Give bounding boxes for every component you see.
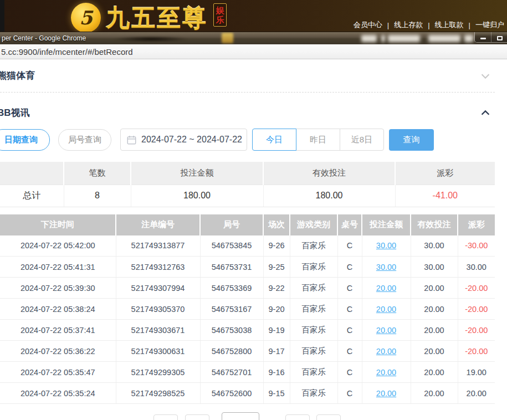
maximize-button[interactable]	[491, 32, 507, 42]
game-type: 百家乐	[290, 257, 337, 278]
valid-bet: 30.00	[411, 235, 458, 257]
column-header-blank	[0, 162, 64, 185]
payout: -20.00	[458, 278, 495, 299]
bet-amount-cell: 20.00	[362, 278, 411, 299]
window-controls	[474, 32, 507, 43]
total-valid-bet: 180.00	[263, 185, 395, 207]
bet-no: 521749298525	[116, 383, 200, 404]
bet-time: 2024-07-22 05:37:41	[0, 320, 116, 341]
session: 9-22	[263, 278, 290, 299]
table-no: C	[337, 278, 362, 299]
pagination-button[interactable]	[185, 414, 209, 420]
bet-no: 521749307994	[116, 278, 200, 299]
date-range-value: 2024-07-22 ~ 2024-07-22	[141, 135, 242, 145]
logo-number: 5	[79, 7, 93, 29]
nav-online-deposit[interactable]: 线上存款	[394, 20, 423, 30]
blurred-account-info	[381, 35, 385, 42]
bet-amount-link[interactable]: 20.00	[376, 305, 396, 314]
maximize-icon	[497, 36, 503, 40]
game-type: 百家乐	[290, 362, 337, 383]
chevron-up-icon[interactable]	[479, 107, 491, 119]
bet-amount-cell: 20.00	[362, 383, 411, 404]
total-payout: -41.00	[395, 185, 495, 207]
today-button[interactable]: 今日	[252, 129, 296, 151]
calendar-icon	[127, 135, 136, 145]
bet-records-table: 下注时间 注单编号 局号 场次 游戏类别 桌号 投注金额 有效投注 派彩 202…	[0, 214, 495, 404]
bet-amount-link[interactable]: 20.00	[376, 326, 396, 335]
column-header-session: 场次	[263, 214, 290, 235]
round-no: 546753167	[200, 299, 263, 320]
bet-no: 521749299305	[116, 362, 200, 383]
summary-table: 笔数 投注金额 有效投注 派彩 总计 8 180.00 180.00 -41.0…	[0, 162, 495, 207]
session: 9-25	[263, 257, 290, 278]
pagination-page-select[interactable]	[222, 412, 259, 420]
payout: -20.00	[458, 299, 495, 320]
total-label: 总计	[0, 185, 64, 207]
section-bb-video[interactable]: BB视讯	[0, 105, 495, 120]
bet-time: 2024-07-22 05:42:00	[0, 235, 116, 257]
table-no: C	[337, 341, 362, 362]
table-row: 2024-07-22 05:41:31 521749312763 5467537…	[0, 257, 495, 278]
bet-no: 521749300631	[116, 341, 200, 362]
bet-no: 521749312763	[116, 257, 200, 278]
total-count: 8	[64, 185, 131, 207]
address-bar[interactable]: 5.cc:9900/infe/mcenter/#/betRecord	[0, 44, 507, 59]
column-header-payout: 派彩	[395, 162, 495, 185]
blurred-account-info	[361, 35, 377, 42]
bet-amount-link[interactable]: 20.00	[376, 347, 396, 356]
decorative-swirl	[114, 36, 188, 42]
valid-bet: 20.00	[411, 362, 458, 383]
bet-amount-link[interactable]: 20.00	[376, 389, 396, 398]
bet-amount-link[interactable]: 30.00	[376, 263, 396, 272]
table-no: C	[337, 299, 362, 320]
column-header-payout: 派彩	[458, 214, 495, 235]
browser-title-bar[interactable]: per Center - Google Chrome	[0, 32, 507, 44]
bet-no: 521749303671	[116, 320, 200, 341]
round-no: 546752600	[200, 383, 263, 404]
bet-amount-link[interactable]: 30.00	[376, 241, 396, 250]
bet-amount-link[interactable]: 20.00	[376, 368, 396, 377]
table-no: C	[337, 362, 362, 383]
site-header: 5 九五至尊 娱乐 会员中心 | 线上存款 | 线上取款 | 一键归户	[0, 0, 507, 32]
logo-text: 九五至尊	[106, 2, 208, 34]
valid-bet: 20.00	[411, 299, 458, 320]
pagination-button[interactable]	[153, 414, 178, 420]
main-content: 熊猫体育 BB视讯 日期查询 局号查询 2024-07-22 ~ 2024-07…	[0, 59, 507, 404]
table-row: 2024-07-22 05:35:24 521749298525 5467526…	[0, 383, 495, 404]
logo-badge: 娱乐	[213, 3, 227, 27]
pagination-button[interactable]	[285, 414, 310, 420]
game-type: 百家乐	[290, 235, 337, 257]
nav-member-center[interactable]: 会员中心	[354, 20, 382, 30]
bet-amount-cell: 20.00	[362, 341, 411, 362]
last-8-days-button[interactable]: 近8日	[340, 129, 384, 151]
column-header-valid-bet: 有效投注	[263, 162, 395, 185]
nav-separator: |	[428, 21, 429, 29]
records-header-row: 下注时间 注单编号 局号 场次 游戏类别 桌号 投注金额 有效投注 派彩	[0, 214, 495, 235]
session: 9-17	[263, 341, 290, 362]
valid-bet: 30.00	[411, 257, 458, 278]
window-edge-strip	[0, 0, 4, 32]
minimize-button[interactable]	[475, 32, 491, 42]
blurred-account-info	[464, 35, 473, 42]
header-nav: 会员中心 | 线上存款 | 线上取款 | 一键归户	[354, 20, 504, 30]
bet-amount-link[interactable]: 20.00	[376, 284, 396, 293]
yesterday-button[interactable]: 昨日	[296, 129, 340, 151]
window-title: per Center - Google Chrome	[2, 34, 86, 42]
nav-one-key-transfer[interactable]: 一键归户	[475, 20, 504, 30]
url-text: 5.cc:9900/infe/mcenter/#/betRecord	[1, 47, 133, 57]
search-button[interactable]: 查询	[389, 129, 434, 151]
valid-bet: 20.00	[411, 320, 458, 341]
round-no: 546753731	[200, 257, 263, 278]
date-query-tab[interactable]: 日期查询	[0, 129, 50, 151]
pagination-button[interactable]	[316, 414, 341, 420]
round-query-tab[interactable]: 局号查询	[58, 129, 111, 151]
logo-seal-blur	[222, 33, 233, 43]
chevron-down-icon[interactable]	[479, 70, 491, 82]
round-no: 546753038	[200, 320, 263, 341]
nav-online-withdraw[interactable]: 线上取款	[435, 20, 464, 30]
table-no: C	[337, 257, 362, 278]
date-range-picker[interactable]: 2024-07-22 ~ 2024-07-22	[120, 129, 247, 151]
section-panda-sports[interactable]: 熊猫体育	[0, 59, 495, 93]
blurred-account-info	[388, 35, 420, 42]
round-no: 546753845	[200, 235, 263, 257]
